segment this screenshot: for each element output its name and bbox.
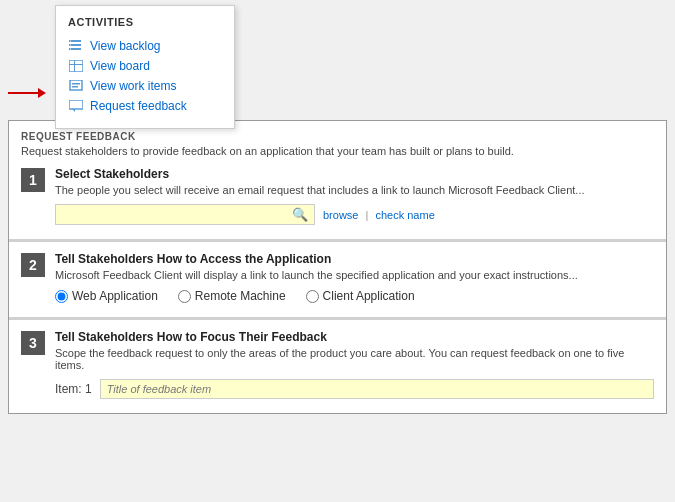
svg-rect-11 xyxy=(72,86,78,88)
menu-label-view-work-items: View work items xyxy=(90,79,176,93)
stakeholder-search-bar: 🔍 browse | check name xyxy=(55,204,654,225)
svg-rect-3 xyxy=(69,44,71,46)
request-feedback-panel: REQUEST FEEDBACK Request stakeholders to… xyxy=(8,120,667,414)
list-icon xyxy=(68,40,84,52)
svg-marker-13 xyxy=(72,109,75,112)
svg-rect-4 xyxy=(71,48,81,50)
svg-rect-0 xyxy=(71,40,81,42)
svg-rect-7 xyxy=(69,64,83,65)
panel-title: REQUEST FEEDBACK xyxy=(21,131,654,142)
step2-description: Microsoft Feedback Client will display a… xyxy=(55,269,654,281)
step1-row: 1 Select Stakeholders The people you sel… xyxy=(21,167,654,225)
board-icon xyxy=(68,60,84,72)
step3-number: 3 xyxy=(21,331,45,355)
application-type-radio-group: Web Application Remote Machine Client Ap… xyxy=(55,289,654,303)
svg-rect-10 xyxy=(72,83,80,85)
search-input-wrap[interactable]: 🔍 xyxy=(55,204,315,225)
step1-title: Select Stakeholders xyxy=(55,167,654,181)
step3-content: Tell Stakeholders How to Focus Their Fee… xyxy=(55,330,654,399)
arrow-line xyxy=(8,92,38,94)
radio-remote-machine[interactable]: Remote Machine xyxy=(178,289,286,303)
activities-dropdown: ACTIVITIES View backlog View board xyxy=(55,5,235,129)
svg-rect-12 xyxy=(69,100,83,109)
panel-subtitle: Request stakeholders to provide feedback… xyxy=(21,145,654,157)
radio-web-application[interactable]: Web Application xyxy=(55,289,158,303)
step3-row: 3 Tell Stakeholders How to Focus Their F… xyxy=(21,330,654,399)
search-icon: 🔍 xyxy=(292,207,308,222)
menu-item-view-board[interactable]: View board xyxy=(68,56,218,76)
step1-description: The people you select will receive an em… xyxy=(55,184,654,196)
svg-rect-6 xyxy=(69,60,83,72)
item-label: Item: 1 xyxy=(55,382,92,396)
svg-rect-8 xyxy=(74,60,75,72)
step2-number: 2 xyxy=(21,253,45,277)
menu-label-view-board: View board xyxy=(90,59,150,73)
radio-remote-label: Remote Machine xyxy=(195,289,286,303)
step1-content: Select Stakeholders The people you selec… xyxy=(55,167,654,225)
menu-item-request-feedback[interactable]: Request feedback xyxy=(68,96,218,116)
radio-client-input[interactable] xyxy=(306,290,319,303)
radio-client-label: Client Application xyxy=(323,289,415,303)
svg-rect-2 xyxy=(71,44,81,46)
stakeholder-search-input[interactable] xyxy=(62,208,292,222)
browse-link[interactable]: browse xyxy=(323,209,358,221)
svg-rect-5 xyxy=(69,48,71,50)
step3-description: Scope the feedback request to only the a… xyxy=(55,347,654,371)
radio-web-input[interactable] xyxy=(55,290,68,303)
step2-content: Tell Stakeholders How to Access the Appl… xyxy=(55,252,654,303)
radio-remote-input[interactable] xyxy=(178,290,191,303)
arrow-indicator xyxy=(8,88,46,98)
step2-title: Tell Stakeholders How to Access the Appl… xyxy=(55,252,654,266)
step2-section: 2 Tell Stakeholders How to Access the Ap… xyxy=(9,242,666,320)
menu-label-view-backlog: View backlog xyxy=(90,39,161,53)
radio-client-application[interactable]: Client Application xyxy=(306,289,415,303)
menu-item-view-work-items[interactable]: View work items xyxy=(68,76,218,96)
feedback-item-row: Item: 1 xyxy=(55,379,654,399)
radio-web-label: Web Application xyxy=(72,289,158,303)
check-name-link[interactable]: check name xyxy=(375,209,434,221)
feedback-item-input[interactable] xyxy=(100,379,654,399)
step3-title: Tell Stakeholders How to Focus Their Fee… xyxy=(55,330,654,344)
step3-section: 3 Tell Stakeholders How to Focus Their F… xyxy=(9,320,666,413)
menu-title: ACTIVITIES xyxy=(68,16,218,28)
search-links: browse | check name xyxy=(323,209,435,221)
menu-label-request-feedback: Request feedback xyxy=(90,99,187,113)
svg-rect-9 xyxy=(70,80,82,90)
menu-item-view-backlog[interactable]: View backlog xyxy=(68,36,218,56)
panel-header-section: REQUEST FEEDBACK Request stakeholders to… xyxy=(9,121,666,242)
step1-number: 1 xyxy=(21,168,45,192)
step2-row: 2 Tell Stakeholders How to Access the Ap… xyxy=(21,252,654,303)
svg-rect-1 xyxy=(69,40,71,42)
workitems-icon xyxy=(68,80,84,92)
feedback-icon xyxy=(68,100,84,112)
arrow-head xyxy=(38,88,46,98)
